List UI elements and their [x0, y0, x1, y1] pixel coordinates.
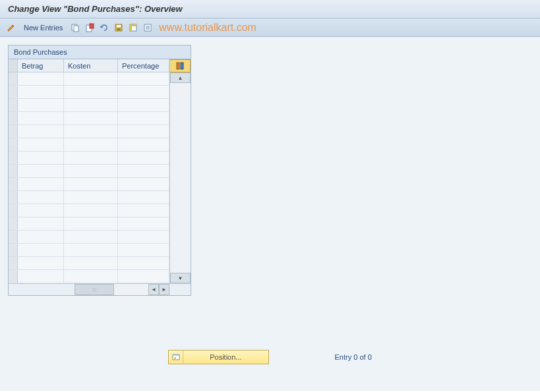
cell-kosten[interactable] [64, 231, 118, 243]
row-selector[interactable] [9, 152, 18, 164]
row-selector[interactable] [9, 125, 18, 138]
table-row[interactable] [9, 138, 169, 152]
cell-percentage[interactable] [118, 244, 169, 256]
position-button[interactable]: Position... [168, 350, 268, 364]
row-selector[interactable] [9, 204, 18, 217]
table-row[interactable] [9, 72, 169, 86]
delete-icon[interactable] [84, 22, 96, 34]
table-row[interactable] [9, 112, 169, 125]
cell-kosten[interactable] [64, 191, 118, 204]
cell-percentage[interactable] [118, 270, 169, 283]
cell-betrag[interactable] [18, 125, 64, 138]
cell-kosten[interactable] [64, 125, 118, 138]
row-selector[interactable] [9, 178, 18, 190]
horizontal-scrollbar[interactable]: ::: ◄ ► [9, 283, 191, 295]
cell-percentage[interactable] [118, 217, 169, 230]
cell-betrag[interactable] [18, 231, 64, 243]
cell-kosten[interactable] [64, 270, 118, 283]
cell-percentage[interactable] [118, 125, 169, 138]
table-row[interactable] [9, 257, 169, 270]
row-selector[interactable] [9, 231, 18, 243]
cell-percentage[interactable] [118, 191, 169, 204]
column-header-betrag[interactable]: Betrag [18, 59, 64, 72]
cell-betrag[interactable] [18, 152, 64, 164]
new-entries-button[interactable]: New Entries [24, 24, 63, 32]
save-icon[interactable] [113, 22, 125, 34]
cell-kosten[interactable] [64, 165, 118, 177]
vertical-scrollbar[interactable]: ▲ ▼ [169, 72, 191, 283]
edit-icon[interactable] [5, 22, 17, 34]
row-selector[interactable] [9, 217, 18, 230]
table-row[interactable] [9, 178, 169, 191]
copy-icon[interactable] [69, 22, 81, 34]
cell-percentage[interactable] [118, 165, 169, 177]
cell-kosten[interactable] [64, 86, 118, 98]
column-header-kosten[interactable]: Kosten [64, 59, 118, 72]
row-selector[interactable] [9, 270, 18, 283]
select-all-icon[interactable] [127, 22, 139, 34]
cell-betrag[interactable] [18, 72, 64, 85]
scroll-left-icon[interactable]: ◄ [148, 284, 159, 295]
cell-percentage[interactable] [118, 72, 169, 85]
cell-percentage[interactable] [118, 152, 169, 164]
row-selector[interactable] [9, 165, 18, 177]
cell-betrag[interactable] [18, 138, 64, 151]
row-selector[interactable] [9, 112, 18, 125]
cell-kosten[interactable] [64, 178, 118, 190]
hscroll-thumb[interactable]: ::: [75, 284, 114, 295]
cell-betrag[interactable] [18, 217, 64, 230]
deselect-icon[interactable] [142, 22, 154, 34]
cell-betrag[interactable] [18, 178, 64, 190]
cell-percentage[interactable] [118, 257, 169, 269]
cell-betrag[interactable] [18, 204, 64, 217]
cell-betrag[interactable] [18, 257, 64, 269]
cell-kosten[interactable] [64, 204, 118, 217]
table-row[interactable] [9, 125, 169, 138]
row-selector[interactable] [9, 138, 18, 151]
table-row[interactable] [9, 231, 169, 244]
cell-percentage[interactable] [118, 138, 169, 151]
table-settings-icon[interactable] [169, 59, 191, 72]
cell-percentage[interactable] [118, 231, 169, 243]
cell-kosten[interactable] [64, 112, 118, 125]
row-selector[interactable] [9, 72, 18, 85]
cell-betrag[interactable] [18, 86, 64, 98]
table-row[interactable] [9, 244, 169, 257]
cell-betrag[interactable] [18, 99, 64, 111]
cell-kosten[interactable] [64, 72, 118, 85]
row-selector[interactable] [9, 257, 18, 269]
undo-icon[interactable] [98, 22, 110, 34]
row-selector-header[interactable] [9, 59, 18, 72]
cell-kosten[interactable] [64, 138, 118, 151]
cell-percentage[interactable] [118, 204, 169, 217]
table-row[interactable] [9, 191, 169, 204]
row-selector[interactable] [9, 99, 18, 111]
table-row[interactable] [9, 217, 169, 231]
cell-percentage[interactable] [118, 99, 169, 111]
cell-kosten[interactable] [64, 99, 118, 111]
scroll-right-icon[interactable]: ► [159, 284, 169, 295]
cell-kosten[interactable] [64, 217, 118, 230]
table-row[interactable] [9, 99, 169, 112]
cell-kosten[interactable] [64, 152, 118, 164]
column-header-percentage[interactable]: Percentage [118, 59, 169, 72]
cell-percentage[interactable] [118, 86, 169, 98]
cell-percentage[interactable] [118, 178, 169, 190]
cell-kosten[interactable] [64, 244, 118, 256]
cell-betrag[interactable] [18, 244, 64, 256]
row-selector[interactable] [9, 191, 18, 204]
scroll-track[interactable] [170, 83, 191, 273]
cell-betrag[interactable] [18, 112, 64, 125]
cell-betrag[interactable] [18, 191, 64, 204]
table-row[interactable] [9, 86, 169, 99]
table-row[interactable] [9, 204, 169, 217]
table-row[interactable] [9, 270, 169, 283]
cell-betrag[interactable] [18, 270, 64, 283]
cell-percentage[interactable] [118, 112, 169, 125]
table-row[interactable] [9, 152, 169, 165]
row-selector[interactable] [9, 244, 18, 256]
scroll-up-icon[interactable]: ▲ [170, 72, 191, 83]
table-row[interactable] [9, 165, 169, 178]
cell-betrag[interactable] [18, 165, 64, 177]
scroll-down-icon[interactable]: ▼ [170, 273, 191, 283]
